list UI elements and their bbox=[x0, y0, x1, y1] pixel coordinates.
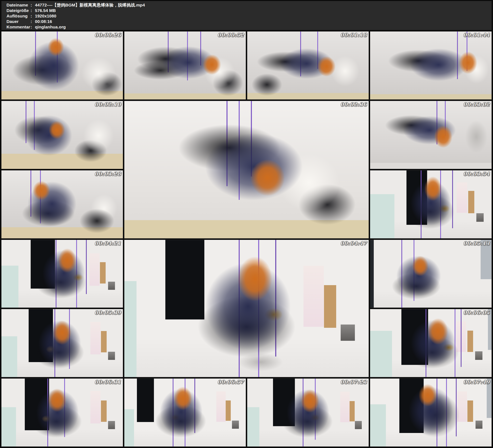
frame-timestamp-overlay: 00:01:18 bbox=[340, 32, 367, 38]
frame-timestamp-overlay: 00:05:39 bbox=[94, 310, 121, 316]
frame-timestamp-overlay: 00:06:31 bbox=[94, 379, 121, 385]
resolution-separator: : bbox=[31, 13, 32, 19]
frame-timestamp-overlay: 00:03:02 bbox=[463, 101, 490, 107]
frame-timestamp-overlay: 00:06:05 bbox=[463, 310, 490, 316]
duration-value: 00:08:16 bbox=[35, 19, 52, 24]
video-frame-thumbnail: 00:07:49 bbox=[370, 379, 492, 447]
frame-timestamp-overlay: 00:00:52 bbox=[217, 32, 244, 38]
file-info-row-filename: Dateiname : 44772----【楚鸽BGM】新模离离悬缚体验，脱缚挑… bbox=[7, 2, 492, 8]
filename-value: 44772----【楚鸽BGM】新模离离悬缚体验，脱缚挑战.mp4 bbox=[35, 2, 145, 8]
frame-timestamp-overlay: 00:02:10 bbox=[94, 101, 121, 107]
file-info-row-resolution: Auflösung : 1920x1080 bbox=[7, 13, 492, 19]
resolution-value: 1920x1080 bbox=[35, 13, 56, 19]
duration-separator: : bbox=[31, 19, 32, 24]
frame-timestamp-overlay: 00:02:36 bbox=[340, 101, 367, 107]
filesize-value: 576.54 MB bbox=[35, 8, 56, 13]
video-frame-thumbnail: 00:01:44 bbox=[370, 32, 492, 100]
resolution-label: Auflösung bbox=[7, 13, 31, 19]
video-frame-thumbnail: 00:05:39 bbox=[1, 309, 123, 377]
video-frame-thumbnail-large: 00:04:47 bbox=[124, 240, 369, 377]
file-info-row-filesize: Dateigröße : 576.54 MB bbox=[7, 8, 492, 13]
duration-label: Dauer bbox=[7, 19, 31, 24]
video-frame-thumbnail: 00:06:31 bbox=[1, 379, 123, 447]
video-frame-thumbnail: 00:03:28 bbox=[1, 170, 123, 238]
video-frame-thumbnail: 00:05:13 bbox=[370, 240, 492, 308]
video-frame-thumbnail: 00:02:10 bbox=[1, 101, 123, 169]
video-frame-thumbnail: 00:07:23 bbox=[247, 379, 369, 447]
video-frame-thumbnail: 00:00:52 bbox=[124, 32, 246, 100]
frame-timestamp-overlay: 00:01:44 bbox=[463, 32, 490, 38]
comment-separator: : bbox=[31, 24, 32, 30]
comment-label: Kommentar bbox=[7, 24, 31, 30]
filesize-separator: : bbox=[31, 8, 32, 13]
filename-separator: : bbox=[31, 2, 32, 8]
filename-label: Dateiname bbox=[7, 2, 31, 8]
video-frame-thumbnail: 00:03:54 bbox=[370, 170, 492, 238]
filesize-label: Dateigröße bbox=[7, 8, 31, 13]
frame-timestamp-overlay: 00:03:28 bbox=[94, 171, 121, 177]
video-frame-thumbnail: 00:06:57 bbox=[124, 379, 246, 447]
video-contact-sheet: { "header": { "rows": [ { "label": "Date… bbox=[0, 0, 493, 448]
file-info-row-comment: Kommentar : qinglanhua.org bbox=[7, 24, 492, 30]
frame-timestamp-overlay: 00:07:49 bbox=[463, 379, 490, 385]
file-info-row-duration: Dauer : 00:08:16 bbox=[7, 19, 492, 24]
video-frame-thumbnail-large: 00:02:36 bbox=[124, 101, 369, 238]
video-frame-thumbnail: 00:01:18 bbox=[247, 32, 369, 100]
frame-timestamp-overlay: 00:04:21 bbox=[94, 240, 121, 246]
thumbnail-grid: 00:00:26 00:00:52 00:01:18 00:01:44 00:0… bbox=[0, 30, 493, 448]
frame-timestamp-overlay: 00:05:13 bbox=[463, 240, 490, 246]
comment-value: qinglanhua.org bbox=[35, 24, 66, 30]
frame-timestamp-overlay: 00:03:54 bbox=[463, 171, 490, 177]
frame-timestamp-overlay: 00:04:47 bbox=[340, 240, 367, 246]
video-frame-thumbnail: 00:04:21 bbox=[1, 240, 123, 308]
file-info-header: Dateiname : 44772----【楚鸽BGM】新模离离悬缚体验，脱缚挑… bbox=[1, 1, 492, 31]
video-frame-thumbnail: 00:06:05 bbox=[370, 309, 492, 377]
video-frame-thumbnail: 00:03:02 bbox=[370, 101, 492, 169]
frame-timestamp-overlay: 00:00:26 bbox=[94, 32, 121, 38]
frame-timestamp-overlay: 00:07:23 bbox=[340, 379, 367, 385]
frame-timestamp-overlay: 00:06:57 bbox=[217, 379, 244, 385]
video-frame-thumbnail: 00:00:26 bbox=[1, 32, 123, 100]
